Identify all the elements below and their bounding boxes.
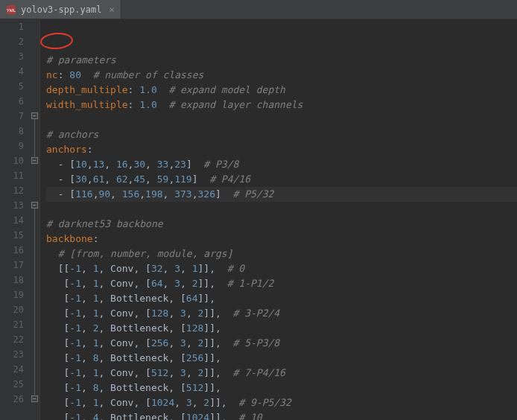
- code-line[interactable]: [[-1, 1, Conv, [32, 3, 1]], # 0: [46, 261, 517, 276]
- code-token: ]],: [198, 263, 227, 274]
- code-line[interactable]: # anchors: [46, 127, 517, 142]
- code-token: [: [46, 397, 69, 408]
- code-token: 64: [151, 278, 163, 289]
- code-line[interactable]: backbone:: [46, 232, 517, 246]
- code-token: ,: [81, 397, 93, 408]
- code-line[interactable]: [-1, 8, Bottleneck, [256]],: [46, 351, 517, 366]
- code-token: 2: [192, 278, 198, 289]
- code-line[interactable]: [46, 202, 517, 217]
- code-token: 13: [93, 159, 105, 170]
- code-token: 30: [133, 159, 145, 170]
- code-token: 64: [186, 293, 198, 304]
- code-token: ,: [81, 382, 93, 393]
- code-token: ]],: [203, 308, 232, 319]
- close-tab-icon[interactable]: ×: [106, 4, 114, 15]
- code-token: 1.0: [139, 99, 156, 110]
- code-line[interactable]: nc: 80 # number of classes: [46, 68, 517, 83]
- code-token: # number of classes: [93, 69, 204, 80]
- code-line[interactable]: anchors:: [46, 142, 517, 157]
- code-line[interactable]: [-1, 1, Conv, [256, 3, 2]], # 5-P3/8: [46, 336, 517, 351]
- code-line[interactable]: # darknet53 backbone: [46, 217, 517, 232]
- code-token: ,: [81, 367, 93, 378]
- code-token: ,: [186, 308, 198, 319]
- code-token: ,: [87, 174, 93, 185]
- code-token: 326: [198, 188, 215, 200]
- code-line[interactable]: [-1, 2, Bottleneck, [128]],: [46, 321, 517, 336]
- code-line[interactable]: [-1, 8, Bottleneck, [512]],: [46, 381, 517, 395]
- line-number: 16: [0, 243, 24, 258]
- file-tab[interactable]: YML yolov3-spp.yaml ×: [0, 0, 121, 19]
- code-token: -1: [69, 278, 81, 289]
- code-line[interactable]: # parameters: [46, 53, 517, 68]
- code-token: 1: [192, 263, 198, 274]
- code-token: # 3-P2/4: [233, 308, 280, 319]
- code-token: # 10: [238, 412, 261, 420]
- code-token: 3: [180, 337, 186, 349]
- code-token: , Conv, [: [98, 367, 150, 378]
- code-token: ]],: [203, 367, 232, 378]
- editor: 1234567891011121314151617181920212223242…: [0, 19, 517, 420]
- code-line[interactable]: [46, 112, 517, 127]
- fold-guide: [34, 119, 35, 158]
- code-token: -1: [69, 412, 81, 420]
- code-token: , Conv, [: [98, 308, 150, 319]
- code-line[interactable]: [-1, 4, Bottleneck, [1024]], # 10: [46, 410, 517, 420]
- code-line[interactable]: - [116,90, 156,198, 373,326] # P5/32: [46, 187, 517, 202]
- line-number: 24: [0, 362, 24, 377]
- code-token: ,: [81, 322, 93, 334]
- code-token: [81, 69, 93, 80]
- code-token: ,: [186, 367, 198, 378]
- fold-open-icon[interactable]: −: [31, 112, 38, 119]
- fold-close-icon[interactable]: −: [31, 157, 38, 164]
- code-token: # 1-P1/2: [227, 278, 274, 289]
- code-line[interactable]: [-1, 1, Conv, [64, 3, 2]], # 1-P1/2: [46, 276, 517, 291]
- code-token: ,: [163, 263, 175, 274]
- code-line[interactable]: depth_multiple: 1.0 # expand model depth: [46, 83, 517, 98]
- code-token: , Bottleneck, [: [98, 322, 185, 334]
- code-token: # 9-P5/32: [238, 397, 291, 408]
- code-token: ]: [215, 188, 232, 200]
- code-token: # [from, number, module, args]: [58, 248, 233, 259]
- code-line[interactable]: [-1, 1, Conv, [128, 3, 2]], # 3-P2/4: [46, 306, 517, 321]
- code-token: ,: [87, 159, 93, 170]
- code-area[interactable]: # parametersnc: 80 # number of classesde…: [40, 19, 517, 420]
- code-token: # P4/16: [209, 174, 250, 185]
- line-number: 2: [0, 34, 24, 49]
- code-token: 45: [133, 174, 145, 185]
- code-token: - [: [46, 174, 75, 185]
- code-line[interactable]: [-1, 1, Conv, [1024, 3, 2]], # 9-P5/32: [46, 395, 517, 410]
- code-line[interactable]: width_multiple: 1.0 # expand layer chann…: [46, 98, 517, 112]
- code-token: ,: [81, 278, 93, 289]
- code-token: -1: [69, 337, 81, 349]
- code-token: [: [46, 412, 69, 420]
- code-token: 2: [203, 397, 209, 408]
- code-token: :: [93, 233, 99, 244]
- code-line[interactable]: # [from, number, module, args]: [46, 246, 517, 261]
- line-number: 17: [0, 258, 24, 273]
- code-token: # parameters: [46, 54, 116, 66]
- code-token: 80: [69, 69, 81, 80]
- code-token: # 0: [227, 263, 244, 274]
- code-token: depth_multiple: [46, 84, 128, 95]
- code-token: 256: [151, 337, 168, 349]
- code-line[interactable]: [-1, 1, Bottleneck, [64]],: [46, 291, 517, 306]
- fold-close-icon[interactable]: −: [31, 395, 38, 402]
- yaml-file-icon: YML: [6, 4, 16, 15]
- code-token: anchors: [46, 144, 87, 155]
- code-token: :: [87, 144, 93, 155]
- line-number: 21: [0, 317, 24, 332]
- code-line[interactable]: - [10,13, 16,30, 33,23] # P3/8: [46, 157, 517, 172]
- fold-open-icon[interactable]: −: [31, 202, 38, 209]
- line-number: 9: [0, 139, 24, 153]
- code-token: [46, 248, 58, 259]
- code-token: 512: [186, 382, 203, 393]
- code-token: ,: [192, 188, 198, 200]
- code-token: # 7-P4/16: [233, 367, 285, 378]
- code-line[interactable]: [-1, 1, Conv, [512, 3, 2]], # 7-P4/16: [46, 366, 517, 381]
- code-token: :: [128, 84, 140, 95]
- code-token: 128: [186, 322, 203, 334]
- code-line[interactable]: - [30,61, 62,45, 59,119] # P4/16: [46, 172, 517, 187]
- code-token: -1: [69, 322, 81, 334]
- fold-column: −−−−: [30, 19, 40, 420]
- code-token: ,: [81, 263, 93, 274]
